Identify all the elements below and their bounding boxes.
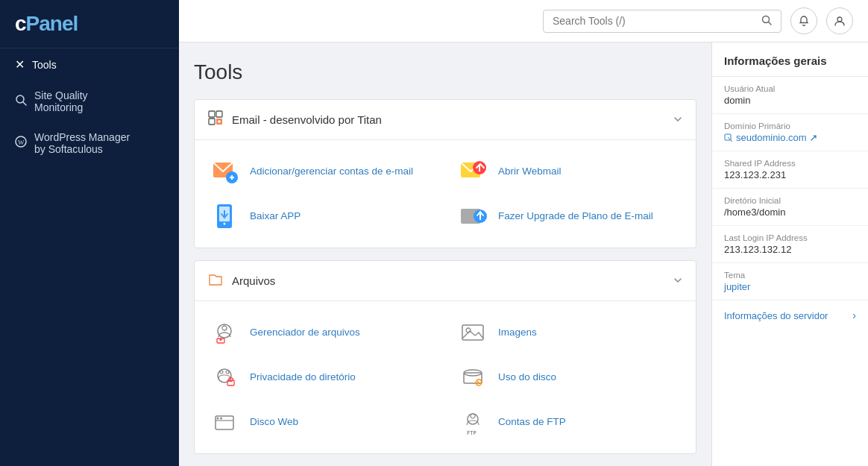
svg-point-28 [222, 326, 227, 330]
info-footer-link: Informações do servidor [724, 310, 828, 321]
info-label-usuario: Usuário Atual [724, 84, 856, 93]
tools-icon: ✕ [15, 57, 25, 72]
svg-rect-31 [462, 325, 483, 340]
dir-privacy-icon [208, 361, 241, 394]
ftp-accounts-label: Contas de FTP [498, 415, 566, 429]
info-row-tema: Tema jupiter [712, 263, 868, 300]
svg-line-5 [769, 22, 772, 25]
tool-add-email[interactable]: Adicionar/gerenciar contas de e-mail [208, 155, 434, 188]
info-value-dominio[interactable]: seudominio.com [724, 132, 856, 143]
upgrade-email-label: Fazer Upgrade de Plano de E-mail [498, 210, 653, 224]
svg-point-6 [837, 17, 842, 22]
web-disk-label: Disco Web [250, 415, 298, 429]
info-row-last-login: Last Login IP Address 213.123.132.12 [712, 226, 868, 263]
dir-privacy-label: Privacidade do diretório [250, 371, 356, 385]
info-value-usuario: domin [724, 95, 856, 106]
content-area: Tools [179, 42, 868, 466]
svg-rect-9 [209, 119, 215, 125]
info-row-shared-ip: Shared IP Address 123.123.2.231 [712, 151, 868, 189]
sidebar-item-site-quality[interactable]: Site QualityMonitoring [0, 81, 179, 122]
search-input[interactable] [553, 15, 761, 27]
svg-text:FTP: FTP [467, 430, 477, 436]
tool-file-manager[interactable]: Gerenciador de arquivos [208, 316, 434, 349]
tool-ftp-accounts[interactable]: FTP Contas de FTP [456, 406, 682, 438]
sidebar: cPanel ✕ Tools Site QualityMonitoring W … [0, 0, 179, 466]
svg-point-34 [220, 371, 223, 374]
sidebar-item-label: WordPress Managerby Softaculous [34, 131, 130, 155]
arquivos-section-icon [208, 271, 223, 290]
info-label-dominio: Domínio Primário [724, 122, 856, 130]
tool-upgrade-email[interactable]: Fazer Upgrade de Plano de E-mail [456, 200, 682, 233]
info-sidebar-title: Informações gerais [712, 42, 868, 77]
info-row-diretorio: Diretório Inicial /home3/domin [712, 189, 868, 226]
add-email-label: Adicionar/gerenciar contas de e-mail [250, 165, 413, 179]
cpanel-logo[interactable]: cPanel [15, 12, 164, 36]
email-section: Email - desenvolvido por Titan [194, 99, 696, 248]
email-section-header[interactable]: Email - desenvolvido por Titan [195, 100, 696, 140]
svg-rect-38 [464, 373, 482, 383]
info-row-usuario: Usuário Atual domin [712, 77, 868, 114]
user-button[interactable] [826, 7, 853, 34]
tool-web-disk[interactable]: Disco Web [208, 406, 434, 438]
tool-dir-privacy[interactable]: Privacidade do diretório [208, 361, 434, 394]
wordpress-icon: W [15, 136, 27, 151]
email-section-icon [208, 110, 223, 129]
arquivos-section: Arquivos [194, 260, 696, 454]
baixar-app-label: Baixar APP [250, 210, 301, 224]
svg-line-50 [728, 137, 732, 142]
search-icon[interactable] [761, 15, 772, 28]
page-title: Tools [194, 60, 696, 84]
info-label-shared-ip: Shared IP Address [724, 159, 856, 168]
site-quality-icon [15, 94, 27, 109]
file-manager-label: Gerenciador de arquivos [250, 326, 360, 340]
email-section-title: Email - desenvolvido por Titan [232, 113, 382, 126]
email-tools-grid: Adicionar/gerenciar contas de e-mail [208, 155, 682, 233]
info-value-shared-ip: 123.123.2.231 [724, 169, 856, 180]
tool-open-webmail[interactable]: Abrir Webmail [456, 155, 682, 188]
svg-text:W: W [18, 139, 25, 146]
info-row-dominio: Domínio Primário seudominio.com [712, 114, 868, 151]
disk-usage-icon [456, 361, 489, 394]
info-label-tema: Tema [724, 271, 856, 280]
arquivos-chevron-icon [673, 275, 682, 287]
sidebar-item-wordpress[interactable]: W WordPress Managerby Softaculous [0, 122, 179, 164]
svg-rect-8 [216, 111, 222, 117]
add-email-icon [208, 155, 241, 188]
svg-point-23 [224, 223, 226, 225]
svg-point-44 [217, 418, 219, 420]
tool-disk-usage[interactable]: Uso do disco [456, 361, 682, 394]
tools-main: Tools [179, 42, 711, 466]
arquivos-tools-grid: Gerenciador de arquivos Imagens [208, 316, 682, 438]
info-label-diretorio: Diretório Inicial [724, 196, 856, 205]
upgrade-email-icon [456, 200, 489, 233]
main-content: Tools [179, 0, 868, 466]
svg-point-46 [468, 414, 478, 424]
svg-rect-7 [209, 111, 215, 117]
svg-point-35 [226, 371, 229, 374]
tool-baixar-app[interactable]: Baixar APP [208, 200, 434, 233]
search-box[interactable] [543, 10, 781, 33]
info-value-last-login: 213.123.132.12 [724, 244, 856, 255]
svg-line-1 [23, 102, 26, 105]
arquivos-section-title: Arquivos [232, 274, 275, 287]
images-label: Imagens [498, 326, 537, 340]
info-footer[interactable]: Informações do servidor › [712, 300, 868, 330]
baixar-app-icon [208, 200, 241, 233]
info-footer-arrow-icon: › [852, 309, 856, 321]
bell-button[interactable] [790, 7, 817, 34]
web-disk-icon [208, 406, 241, 438]
sidebar-item-label: Tools [32, 59, 57, 71]
arquivos-section-header[interactable]: Arquivos [195, 261, 696, 301]
info-label-last-login: Last Login IP Address [724, 233, 856, 242]
ftp-accounts-icon: FTP [456, 406, 489, 438]
tool-images[interactable]: Imagens [456, 316, 682, 349]
info-sidebar: Informações gerais Usuário Atual domin D… [711, 42, 868, 466]
webmail-label: Abrir Webmail [498, 165, 562, 179]
images-icon [456, 316, 489, 349]
logo-area: cPanel [0, 0, 179, 48]
sidebar-item-tools[interactable]: ✕ Tools [0, 48, 179, 81]
svg-point-27 [218, 324, 231, 338]
svg-point-47 [471, 414, 475, 418]
svg-point-30 [220, 339, 222, 341]
sidebar-item-label: Site QualityMonitoring [34, 89, 88, 113]
